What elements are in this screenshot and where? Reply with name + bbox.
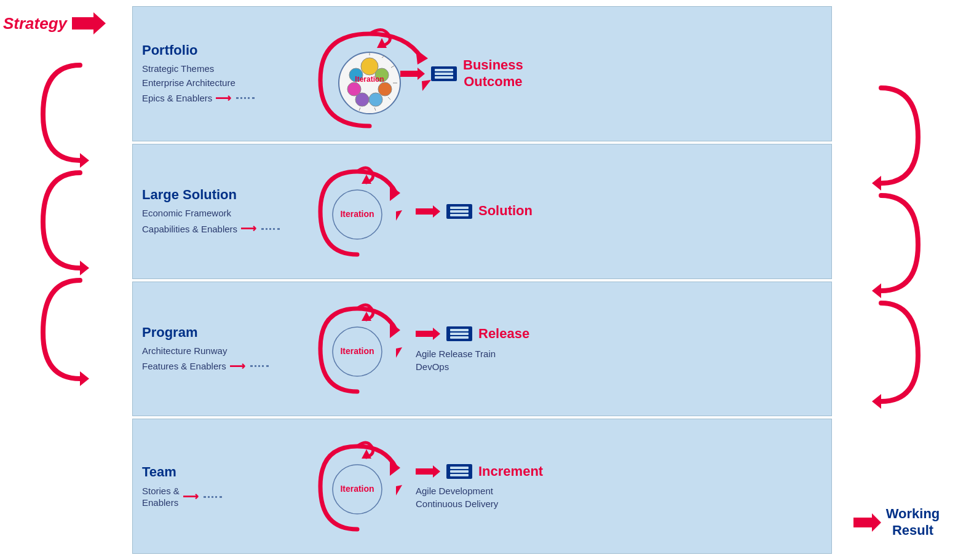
svg-marker-44 <box>872 394 881 409</box>
svg-marker-2 <box>80 261 89 275</box>
program-output: Release Agile Release Train DevOps <box>416 326 822 371</box>
prog-arrow-icon: ⟶ <box>229 360 245 373</box>
svg-point-10 <box>369 93 382 106</box>
program-iteration: Iteration <box>302 296 413 401</box>
large-solution-left: Large Solution Economic Framework Capabi… <box>142 187 302 235</box>
portfolio-diagram: Iteration <box>302 25 400 123</box>
team-right-items: Agile Development Continuous Delivery <box>416 486 822 509</box>
program-items: Architecture Runway Features & Enablers … <box>142 345 302 373</box>
team-iteration: Iteration <box>302 434 413 538</box>
portfolio-content: Portfolio Strategic Themes Enterprise Ar… <box>142 25 822 123</box>
svg-marker-0 <box>72 12 106 34</box>
main-container: Strategy Portfolio <box>0 0 958 560</box>
large-solution-title: Large Solution <box>142 187 302 203</box>
team-outcome-label: Increment <box>478 463 543 479</box>
working-result-label: WorkingResult <box>886 506 940 538</box>
large-solution-row: Large Solution Economic Framework Capabi… <box>132 144 832 279</box>
large-solution-content: Large Solution Economic Framework Capabi… <box>142 159 822 264</box>
prog-outcome-label: Release <box>478 326 529 342</box>
ls-output: Solution <box>416 203 532 219</box>
portfolio-dotted-line <box>236 97 255 99</box>
svg-marker-42 <box>872 176 881 191</box>
large-solution-items: Economic Framework Capabilities & Enable… <box>142 208 302 235</box>
team-output-arrow-icon <box>416 465 440 478</box>
prog-iteration-svg: Iteration <box>311 296 403 401</box>
working-result-arrow-icon <box>853 513 881 532</box>
ls-outcome-label: Solution <box>478 203 532 219</box>
ls-item-0: Economic Framework <box>142 208 302 218</box>
left-feedback-arrows <box>37 53 92 483</box>
svg-marker-45 <box>853 513 881 532</box>
svg-text:Iteration: Iteration <box>340 209 374 219</box>
right-column: WorkingResult <box>835 6 958 554</box>
team-row: Team Stories &Enablers ⟶ <box>132 419 832 554</box>
ls-dotted-line <box>261 228 280 230</box>
svg-point-9 <box>378 82 392 96</box>
portfolio-outcome-label: BusinessOutcome <box>463 57 523 90</box>
ls-arrow-icon: ⟶ <box>240 222 256 235</box>
program-right-items: Agile Release Train DevOps <box>416 349 822 372</box>
ls-item-1: Capabilities & Enablers ⟶ <box>142 222 302 235</box>
left-column: Strategy <box>0 6 129 554</box>
team-content: Team Stories &Enablers ⟶ <box>142 434 822 538</box>
prog-item-0: Architecture Runway <box>142 345 302 356</box>
team-output: Increment Agile Development Continuous D… <box>416 463 822 509</box>
svg-marker-34 <box>396 347 402 358</box>
svg-marker-22 <box>422 80 431 91</box>
team-iteration-svg: Iteration <box>311 434 403 538</box>
prog-right-1: DevOps <box>416 361 822 372</box>
ls-iteration-svg: Iteration <box>311 159 403 264</box>
program-title: Program <box>142 325 302 341</box>
portfolio-iteration-svg: Iteration <box>302 25 437 135</box>
strategy-row: Strategy <box>0 12 129 34</box>
svg-marker-41 <box>416 465 440 478</box>
portfolio-item-1: Enterprise Architecture <box>142 77 302 88</box>
svg-marker-4 <box>416 49 428 65</box>
program-row: Program Architecture Runway Features & E… <box>132 282 832 417</box>
prog-dotted-line <box>250 365 269 367</box>
center-column: Portfolio Strategic Themes Enterprise Ar… <box>129 6 835 554</box>
ls-output-arrow-icon <box>416 205 440 218</box>
team-right-0: Agile Development <box>416 486 822 496</box>
svg-marker-1 <box>80 153 89 168</box>
working-result-section: WorkingResult <box>853 506 940 548</box>
svg-marker-40 <box>396 485 402 495</box>
portfolio-row: Portfolio Strategic Themes Enterprise Ar… <box>132 6 832 141</box>
team-title: Team <box>142 464 302 480</box>
team-arrow-icon: ⟶ <box>183 490 199 503</box>
team-increment-row: Increment <box>416 463 822 479</box>
program-release-row: Release <box>416 326 822 342</box>
svg-marker-29 <box>416 205 440 218</box>
portfolio-left: Portfolio Strategic Themes Enterprise Ar… <box>142 42 302 105</box>
program-left: Program Architecture Runway Features & E… <box>142 325 302 373</box>
strategy-label: Strategy <box>3 14 67 33</box>
svg-marker-35 <box>416 328 440 340</box>
team-dotted-line <box>204 496 222 498</box>
team-backlog-icon <box>446 464 472 479</box>
prog-item-1: Features & Enablers ⟶ <box>142 360 302 373</box>
portfolio-items: Strategic Themes Enterprise Architecture… <box>142 63 302 105</box>
svg-marker-43 <box>872 283 881 298</box>
team-left: Team Stories &Enablers ⟶ <box>142 464 302 509</box>
large-solution-iteration: Iteration <box>302 159 413 264</box>
portfolio-title: Portfolio <box>142 42 302 58</box>
svg-point-12 <box>347 82 361 96</box>
right-feedback-arrows <box>869 76 924 506</box>
prog-right-0: Agile Release Train <box>416 349 822 359</box>
ls-backlog-icon <box>446 204 472 219</box>
team-right-1: Continuous Delivery <box>416 499 822 509</box>
team-items: Stories &Enablers ⟶ <box>142 485 302 509</box>
svg-text:Iteration: Iteration <box>355 75 384 84</box>
prog-output-arrow-icon <box>416 328 440 340</box>
program-content: Program Architecture Runway Features & E… <box>142 296 822 401</box>
portfolio-arrow-icon: ⟶ <box>215 92 231 105</box>
svg-marker-3 <box>80 371 89 386</box>
team-item-0: Stories &Enablers ⟶ <box>142 485 302 509</box>
portfolio-item-2: Epics & Enablers ⟶ <box>142 92 302 105</box>
portfolio-item-0: Strategic Themes <box>142 63 302 74</box>
svg-text:Iteration: Iteration <box>340 346 374 356</box>
strategy-arrow-icon <box>72 12 106 34</box>
svg-marker-28 <box>396 210 402 221</box>
prog-backlog-icon <box>446 326 472 341</box>
svg-text:Iteration: Iteration <box>340 484 374 494</box>
